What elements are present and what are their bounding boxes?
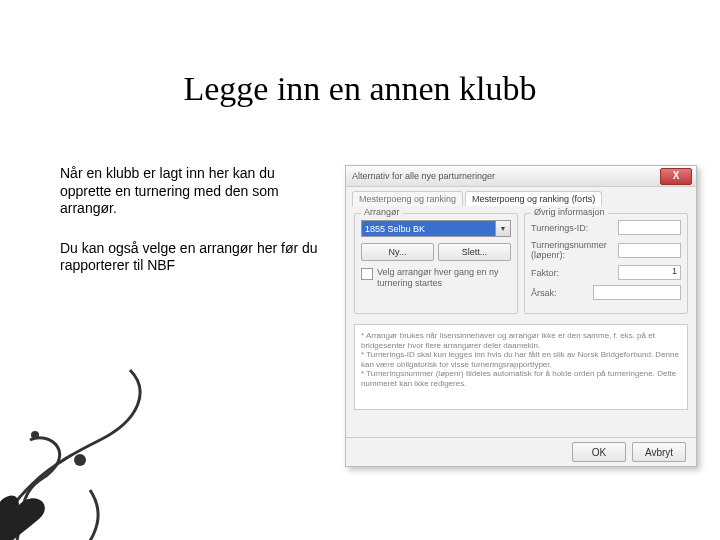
checkbox-label: Velg arrangør hver gang en ny turnering … (377, 267, 511, 289)
dialog-button-bar: OK Avbryt (346, 437, 696, 466)
chevron-down-icon: ▼ (496, 220, 511, 237)
input-arsak[interactable] (593, 285, 681, 300)
note-3: * Turneringsnummer (løpenr) tildeles aut… (361, 369, 681, 388)
fieldset-ovrig: Øvrig informasjon Turnerings-ID: Turneri… (524, 213, 688, 314)
close-button[interactable]: X (660, 168, 692, 185)
input-turnerings-id[interactable] (618, 220, 681, 235)
label-turnerings-id: Turnerings-ID: (531, 223, 618, 233)
ok-button[interactable]: OK (572, 442, 626, 462)
note-2: * Turnerings-ID skal kun legges inn hvis… (361, 350, 681, 369)
tab-mesterpoeng-forts[interactable]: Mesterpoeng og ranking (forts) (465, 191, 602, 206)
dialog-window: Alternativ for alle nye parturneringer X… (345, 165, 697, 467)
arrangor-selected: 1855 Selbu BK (361, 220, 496, 237)
decorative-swirl (0, 340, 200, 540)
notes-box: * Arrangør brukes når lisensinnehaver og… (354, 324, 688, 410)
slide-title: Legge inn en annen klubb (0, 70, 720, 108)
label-lopenr: Turneringsnummer (løpenr): (531, 240, 618, 260)
input-faktor[interactable]: 1 (618, 265, 681, 280)
paragraph-2: Du kan også velge en arrangør her før du… (60, 240, 320, 275)
arrangor-dropdown[interactable]: 1855 Selbu BK ▼ (361, 220, 511, 237)
svg-point-1 (31, 431, 39, 439)
cancel-button[interactable]: Avbryt (632, 442, 686, 462)
dialog-title: Alternativ for alle nye parturneringer (350, 171, 660, 181)
paragraph-1: Når en klubb er lagt inn her kan du oppr… (60, 165, 320, 218)
delete-button[interactable]: Slett... (438, 243, 511, 261)
tab-mesterpoeng[interactable]: Mesterpoeng og ranking (352, 191, 463, 206)
legend-arrangor: Arrangør (361, 207, 403, 217)
spade-icon (0, 496, 45, 540)
label-faktor: Faktor: (531, 268, 618, 278)
legend-ovrig: Øvrig informasjon (531, 207, 608, 217)
svg-point-0 (74, 454, 86, 466)
form-area: Arrangør 1855 Selbu BK ▼ Ny... Slett... … (346, 209, 696, 318)
note-1: * Arrangør brukes når lisensinnehaver og… (361, 331, 681, 350)
choose-each-time-checkbox[interactable]: Velg arrangør hver gang en ny turnering … (361, 267, 511, 289)
body-text: Når en klubb er lagt inn her kan du oppr… (60, 165, 320, 297)
fieldset-arrangor: Arrangør 1855 Selbu BK ▼ Ny... Slett... … (354, 213, 518, 314)
new-button[interactable]: Ny... (361, 243, 434, 261)
input-lopenr[interactable] (618, 243, 681, 258)
checkbox-icon (361, 268, 373, 280)
titlebar: Alternativ for alle nye parturneringer X (346, 166, 696, 187)
tab-bar: Mesterpoeng og ranking Mesterpoeng og ra… (346, 187, 696, 206)
label-arsak: Årsak: (531, 288, 593, 298)
